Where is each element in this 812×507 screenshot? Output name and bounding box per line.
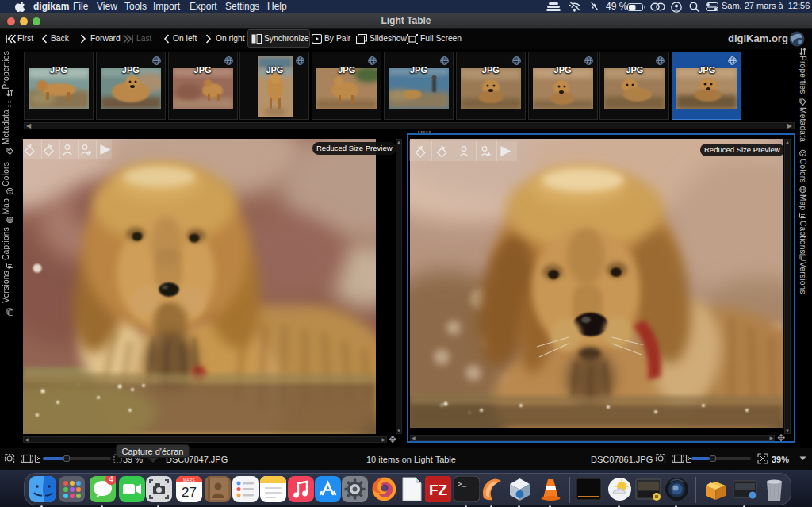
svg-text:MARS: MARS — [183, 478, 195, 482]
svg-text:>_: >_ — [458, 481, 466, 489]
svg-text:27: 27 — [182, 485, 197, 500]
svg-text:4: 4 — [109, 476, 113, 484]
svg-text:FZ: FZ — [428, 482, 447, 498]
